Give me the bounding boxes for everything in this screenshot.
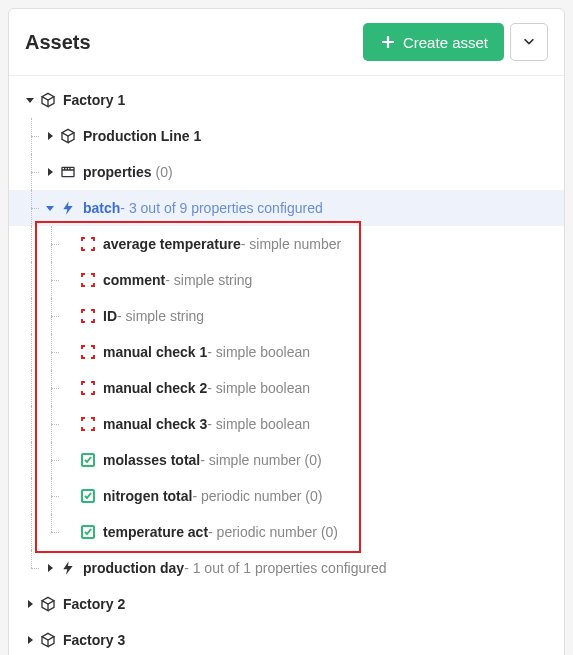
check-square-icon [79, 487, 97, 505]
node-meta: 1 out of 1 properties configured [184, 560, 386, 576]
node-count: (0) [155, 164, 172, 180]
tree-node-property[interactable]: manual check 1simple boolean [9, 334, 564, 370]
property-meta: simple number [241, 236, 341, 252]
caret-right-icon[interactable] [21, 595, 39, 613]
property-label: ID [103, 308, 117, 324]
property-meta: simple string [117, 308, 204, 324]
property-meta: simple number (0) [200, 452, 321, 468]
property-meta: periodic number (0) [208, 524, 338, 540]
node-label: Production Line 1 [83, 128, 201, 144]
node-label: production day [83, 560, 184, 576]
caret-down-icon[interactable] [41, 199, 59, 217]
svg-marker-10 [46, 206, 54, 211]
caret-right-icon[interactable] [41, 127, 59, 145]
caret-right-icon[interactable] [21, 631, 39, 649]
plus-icon [379, 33, 397, 51]
cube-icon [39, 631, 57, 649]
tree-node-production-day[interactable]: production day 1 out of 1 properties con… [9, 550, 564, 586]
node-meta: 3 out of 9 properties configured [120, 200, 322, 216]
check-square-icon [79, 451, 97, 469]
property-label: molasses total [103, 452, 200, 468]
caret-down-icon[interactable] [21, 91, 39, 109]
chevron-down-icon [522, 34, 536, 51]
property-label: manual check 2 [103, 380, 207, 396]
cube-icon [39, 91, 57, 109]
tree-node-factory[interactable]: Factory 1 [9, 82, 564, 118]
caret-icon [61, 343, 79, 361]
tree-node-production-line[interactable]: Production Line 1 [9, 118, 564, 154]
node-label: Factory 3 [63, 632, 125, 648]
caret-icon [61, 379, 79, 397]
property-label: comment [103, 272, 165, 288]
brackets-icon [79, 415, 97, 433]
assets-panel: Assets Create asset [8, 8, 565, 655]
tree-node-property[interactable]: temperature actperiodic number (0) [9, 514, 564, 550]
node-label: batch [83, 200, 120, 216]
svg-marker-14 [48, 564, 53, 572]
tree-node-properties[interactable]: properties (0) [9, 154, 564, 190]
cube-icon [39, 595, 57, 613]
property-meta: simple string [165, 272, 252, 288]
brackets-icon [79, 379, 97, 397]
tree-node-property[interactable]: commentsimple string [9, 262, 564, 298]
header-actions: Create asset [363, 23, 548, 61]
tree-node-property[interactable]: average temperaturesimple number [9, 226, 564, 262]
property-meta: simple boolean [207, 344, 310, 360]
tree-node-property[interactable]: molasses totalsimple number (0) [9, 442, 564, 478]
create-asset-label: Create asset [403, 34, 488, 51]
tree-node-batch[interactable]: batch 3 out of 9 properties configured [9, 190, 564, 226]
svg-marker-16 [28, 636, 33, 644]
brackets-icon [79, 307, 97, 325]
caret-icon [61, 487, 79, 505]
svg-marker-15 [28, 600, 33, 608]
brackets-icon [79, 235, 97, 253]
caret-right-icon[interactable] [41, 559, 59, 577]
node-label: properties [83, 164, 151, 180]
property-meta: simple boolean [207, 380, 310, 396]
bolt-icon [59, 559, 77, 577]
panel-header: Assets Create asset [9, 9, 564, 76]
property-label: temperature act [103, 524, 208, 540]
caret-icon [61, 235, 79, 253]
asset-tree: Factory 1 Production Line 1 [9, 76, 564, 655]
svg-marker-4 [48, 168, 53, 176]
property-meta: simple boolean [207, 416, 310, 432]
caret-icon [61, 451, 79, 469]
node-label: Factory 1 [63, 92, 125, 108]
svg-marker-2 [26, 98, 34, 103]
property-label: nitrogen total [103, 488, 192, 504]
film-icon [59, 163, 77, 181]
property-meta: periodic number (0) [192, 488, 322, 504]
caret-icon [61, 307, 79, 325]
tree-node-property[interactable]: nitrogen totalperiodic number (0) [9, 478, 564, 514]
cube-icon [59, 127, 77, 145]
check-square-icon [79, 523, 97, 541]
caret-right-icon[interactable] [41, 163, 59, 181]
brackets-icon [79, 271, 97, 289]
tree-node-property[interactable]: manual check 3simple boolean [9, 406, 564, 442]
brackets-icon [79, 343, 97, 361]
bolt-icon [59, 199, 77, 217]
property-label: manual check 1 [103, 344, 207, 360]
tree-node-factory[interactable]: Factory 3 [9, 622, 564, 655]
property-label: average temperature [103, 236, 241, 252]
tree-node-property[interactable]: IDsimple string [9, 298, 564, 334]
caret-icon [61, 523, 79, 541]
panel-title: Assets [25, 31, 91, 54]
create-dropdown-button[interactable] [510, 23, 548, 61]
tree-node-property[interactable]: manual check 2simple boolean [9, 370, 564, 406]
tree-node-factory[interactable]: Factory 2 [9, 586, 564, 622]
caret-icon [61, 415, 79, 433]
svg-marker-3 [48, 132, 53, 140]
create-asset-button[interactable]: Create asset [363, 23, 504, 61]
property-label: manual check 3 [103, 416, 207, 432]
node-label: Factory 2 [63, 596, 125, 612]
caret-icon [61, 271, 79, 289]
